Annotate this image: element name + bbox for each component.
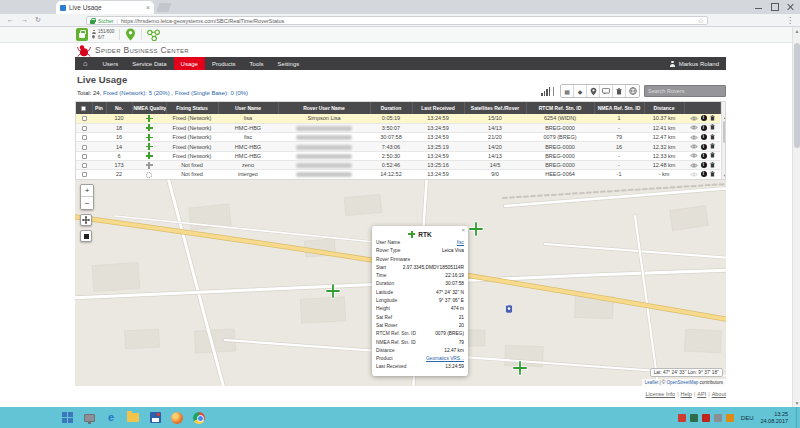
language-indicator[interactable]: DEU bbox=[741, 415, 754, 421]
eye-icon[interactable] bbox=[690, 125, 698, 130]
tray-icon-shield[interactable] bbox=[702, 414, 710, 422]
col-user-name[interactable]: User Name bbox=[218, 102, 278, 114]
fit-extent-button[interactable] bbox=[80, 214, 92, 226]
taskbar-app-firefox[interactable] bbox=[170, 411, 184, 425]
info-icon[interactable]: i bbox=[701, 171, 707, 177]
diamond-marker-icon[interactable]: ◆ bbox=[574, 85, 587, 97]
back-icon[interactable]: ← bbox=[7, 15, 14, 25]
table-scrollbar[interactable]: ▲ ▼ bbox=[721, 102, 727, 179]
col-rover-user-name[interactable]: Rover User Name bbox=[278, 102, 370, 114]
delete-icon[interactable] bbox=[613, 85, 626, 97]
help-link[interactable]: Help bbox=[681, 391, 692, 397]
nav-item-users[interactable]: Users bbox=[96, 57, 126, 70]
row-checkbox[interactable] bbox=[82, 126, 87, 131]
map-view-icon[interactable] bbox=[587, 85, 600, 97]
search-input[interactable] bbox=[644, 85, 726, 97]
list-view-icon[interactable]: ▦ bbox=[561, 85, 574, 97]
taskbar-app-desktop[interactable] bbox=[82, 411, 96, 425]
taskbar-app-chrome[interactable] bbox=[192, 411, 206, 425]
row-checkbox[interactable] bbox=[82, 145, 87, 150]
tray-icon-flag[interactable] bbox=[690, 414, 698, 422]
row-checkbox[interactable] bbox=[82, 172, 87, 177]
taskbar-app-save[interactable] bbox=[148, 411, 162, 425]
scrollbar-thumb[interactable] bbox=[794, 43, 800, 148]
tray-icon-orange[interactable] bbox=[726, 414, 734, 422]
trash-icon[interactable] bbox=[710, 152, 715, 159]
clock[interactable]: 13:25 24.08.2017 bbox=[760, 411, 788, 425]
eye-icon[interactable] bbox=[690, 163, 698, 168]
eye-icon[interactable] bbox=[690, 135, 698, 140]
page-scrollbar[interactable]: ▲ ▼ bbox=[792, 27, 800, 407]
api-link[interactable]: API bbox=[697, 391, 706, 397]
trash-icon[interactable] bbox=[710, 143, 715, 150]
col-nmea-quality[interactable]: NMEA Quality bbox=[132, 102, 166, 114]
leaflet-link[interactable]: Leaflet bbox=[645, 380, 659, 385]
maximize-icon[interactable] bbox=[771, 3, 778, 10]
start-button[interactable] bbox=[62, 412, 74, 424]
eye-icon[interactable] bbox=[690, 144, 698, 149]
eye-icon[interactable] bbox=[690, 172, 698, 177]
scrollbar-thumb[interactable] bbox=[723, 121, 727, 143]
eye-icon[interactable] bbox=[690, 116, 698, 121]
select-all-checkbox[interactable] bbox=[81, 106, 86, 111]
col-pin[interactable]: Pin bbox=[92, 102, 106, 114]
select-all-header[interactable] bbox=[76, 102, 92, 114]
close-window-icon[interactable] bbox=[787, 3, 794, 10]
address-bar[interactable]: Sicher | https://hrsdemo.leica-geosystem… bbox=[86, 16, 708, 25]
show-desktop-button[interactable] bbox=[796, 407, 800, 428]
map-pin-icon[interactable] bbox=[125, 28, 136, 41]
col-rtcm-ref[interactable]: RTCM Ref. Stn. ID bbox=[526, 102, 594, 114]
popup-row-value[interactable]: Geomatics VRS... bbox=[426, 355, 464, 363]
nav-item-products[interactable]: Products bbox=[205, 57, 243, 70]
tray-icon-gray[interactable] bbox=[714, 414, 722, 422]
scroll-down-icon[interactable]: ▼ bbox=[723, 173, 727, 178]
col-last-received[interactable]: Last Received bbox=[412, 102, 464, 114]
bookmark-star-icon[interactable]: ☆ bbox=[698, 17, 704, 25]
license-lock-icon[interactable] bbox=[76, 28, 88, 41]
row-checkbox[interactable] bbox=[82, 154, 87, 159]
col-distance[interactable]: Distance bbox=[644, 102, 684, 114]
globe-icon[interactable] bbox=[626, 85, 639, 97]
browser-tab[interactable]: Live Usage × bbox=[56, 1, 154, 14]
trash-icon[interactable] bbox=[710, 115, 715, 122]
eye-icon[interactable] bbox=[690, 153, 698, 158]
nav-item-tools[interactable]: Tools bbox=[243, 57, 271, 70]
info-icon[interactable]: i bbox=[701, 134, 707, 140]
info-icon[interactable]: i bbox=[701, 153, 707, 159]
info-icon[interactable]: i bbox=[701, 162, 707, 168]
forward-icon[interactable]: → bbox=[21, 15, 28, 25]
osm-link[interactable]: OpenStreetMap bbox=[666, 380, 698, 385]
table-row[interactable]: 120 Fixed (Network) lisa Simpson Lisa 0:… bbox=[76, 114, 720, 123]
select-area-button[interactable] bbox=[80, 230, 92, 242]
nav-item-usage[interactable]: Usage bbox=[174, 57, 205, 70]
row-checkbox[interactable] bbox=[82, 163, 87, 168]
minimize-icon[interactable] bbox=[755, 3, 762, 10]
popup-row-value[interactable]: fisc bbox=[457, 239, 464, 247]
col-duration[interactable]: Duration bbox=[370, 102, 412, 114]
tray-icon-red[interactable] bbox=[678, 414, 686, 422]
home-icon[interactable]: ⌂ bbox=[75, 57, 96, 70]
trash-icon[interactable] bbox=[710, 124, 715, 131]
scroll-up-icon[interactable]: ▲ bbox=[723, 115, 727, 120]
zoom-out-button[interactable]: − bbox=[81, 197, 93, 209]
col-nmea-ref[interactable]: NMEA Ref. Stn. ID bbox=[594, 102, 644, 114]
zoom-in-button[interactable]: + bbox=[81, 185, 93, 197]
current-user[interactable]: Markus Roland bbox=[663, 57, 726, 70]
trash-icon[interactable] bbox=[710, 134, 715, 141]
info-icon[interactable]: i bbox=[701, 144, 707, 150]
scroll-down-icon[interactable]: ▼ bbox=[793, 399, 800, 407]
table-row[interactable]: 173 Not fixed zeno 0:52:46 13:25:16 14/5… bbox=[76, 160, 720, 169]
license-info-link[interactable]: License Info bbox=[645, 391, 675, 397]
new-tab-button[interactable] bbox=[157, 3, 172, 12]
table-row[interactable]: 16 Fixed (Network) fisc 30:07:58 13:24:5… bbox=[76, 133, 720, 142]
trash-icon[interactable] bbox=[710, 171, 715, 178]
table-row[interactable]: 22 Not fixed intergeo 14:12:52 13:24:59 … bbox=[76, 170, 720, 179]
trash-icon[interactable] bbox=[710, 162, 715, 169]
browser-menu-icon[interactable]: ⋮ bbox=[786, 16, 794, 25]
col-no[interactable]: No. bbox=[106, 102, 132, 114]
row-checkbox[interactable] bbox=[82, 116, 87, 121]
message-icon[interactable] bbox=[600, 85, 613, 97]
table-row[interactable]: 18 Fixed (Network) HMC-HBG 3:50:07 13:24… bbox=[76, 123, 720, 132]
popup-close-icon[interactable]: × bbox=[461, 227, 465, 233]
reload-icon[interactable]: ↻ bbox=[35, 15, 41, 25]
